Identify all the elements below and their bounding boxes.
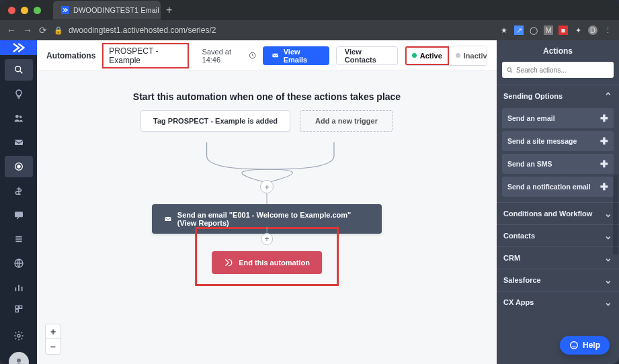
- saved-status: Saved at 14:46: [202, 48, 257, 64]
- svg-point-0: [15, 66, 20, 72]
- actions-panel-title: Actions: [497, 40, 619, 62]
- nav-campaigns[interactable]: [5, 132, 33, 153]
- svg-rect-3: [15, 140, 23, 145]
- plus-icon: ✚: [600, 181, 608, 192]
- svg-point-17: [571, 342, 578, 349]
- zoom-in-button[interactable]: +: [46, 324, 60, 339]
- nav-settings[interactable]: [5, 325, 33, 347]
- header-bar: Automations PROSPECT - Example Saved at …: [37, 40, 497, 71]
- nav-idea[interactable]: [5, 83, 33, 105]
- section-crm[interactable]: CRM⌄: [497, 246, 619, 269]
- end-icon: [224, 258, 233, 267]
- maximize-window-icon[interactable]: [34, 7, 41, 14]
- close-window-icon[interactable]: [8, 7, 15, 14]
- view-emails-button[interactable]: View Emails: [263, 46, 329, 65]
- svg-point-16: [507, 67, 511, 71]
- status-dot-icon: [412, 53, 417, 58]
- chevron-down-icon: ⌄: [604, 275, 612, 285]
- chevron-down-icon: ⌄: [604, 253, 612, 263]
- svg-point-5: [17, 165, 20, 168]
- ext-icon[interactable]: ↗: [514, 26, 524, 35]
- status-inactive-option[interactable]: Inactive: [449, 46, 487, 65]
- action-send-notification[interactable]: Send a notification email✚: [502, 177, 614, 197]
- plus-icon: ✚: [600, 158, 608, 169]
- action-send-sms[interactable]: Send an SMS✚: [502, 154, 614, 174]
- forward-button[interactable]: →: [23, 25, 32, 36]
- chevron-up-icon: ⌃: [604, 91, 612, 101]
- tab-favicon-icon: [61, 6, 69, 14]
- menu-icon[interactable]: ⋮: [603, 26, 612, 35]
- lock-icon: 🔒: [54, 26, 63, 35]
- nav-apps[interactable]: [5, 298, 33, 320]
- svg-rect-14: [273, 54, 278, 58]
- automation-canvas[interactable]: Start this automation when one of these …: [37, 71, 497, 364]
- ext-icon[interactable]: ★: [499, 26, 509, 35]
- nav-site[interactable]: [5, 253, 33, 274]
- url-field[interactable]: 🔒 dwoodingtest1.activehosted.com/series/…: [54, 26, 493, 35]
- end-automation-node[interactable]: End this automation: [212, 251, 322, 274]
- url-text: dwoodingtest1.activehosted.com/series/2: [69, 26, 216, 35]
- chevron-down-icon: ⌄: [604, 297, 612, 308]
- nav-search[interactable]: [5, 59, 33, 81]
- browser-tab-bar: DWOODINGTEST1 Email Mark × +: [0, 0, 619, 20]
- actions-search[interactable]: [502, 62, 614, 78]
- svg-rect-10: [15, 310, 18, 312]
- section-cx-apps[interactable]: CX Apps⌄: [497, 291, 619, 313]
- status-active-option[interactable]: Active: [405, 46, 449, 65]
- minimize-window-icon[interactable]: [21, 7, 28, 14]
- svg-rect-8: [15, 306, 18, 308]
- add-trigger-button[interactable]: Add a new trigger: [300, 110, 393, 132]
- reload-button[interactable]: ⟳: [39, 25, 47, 36]
- puzzle-icon[interactable]: ✦: [573, 26, 583, 35]
- zoom-out-button[interactable]: –: [46, 339, 60, 354]
- extensions: ★ ↗ ◯ M ■ ✦ D ⋮: [499, 26, 612, 35]
- trigger-node[interactable]: Tag PROSPECT - Example is added: [140, 110, 290, 132]
- nav-conversations[interactable]: [5, 204, 33, 226]
- add-step-button[interactable]: +: [261, 233, 273, 245]
- plus-icon: ✚: [600, 113, 608, 124]
- nav-deals[interactable]: [5, 180, 33, 201]
- automation-name[interactable]: PROSPECT - Example: [102, 43, 188, 69]
- status-toggle: Active Inactive: [405, 46, 487, 66]
- browser-tab[interactable]: DWOODINGTEST1 Email Mark ×: [53, 1, 161, 19]
- section-salesforce[interactable]: Salesforce⌄: [497, 269, 619, 291]
- nav-lists[interactable]: [5, 228, 33, 250]
- section-sending-options[interactable]: Sending Options⌃: [497, 85, 619, 107]
- add-step-button[interactable]: +: [260, 180, 274, 193]
- end-highlight-box: + End this automation: [195, 227, 339, 286]
- ext-icon[interactable]: ■: [559, 26, 568, 35]
- user-avatar[interactable]: [9, 352, 29, 364]
- svg-point-11: [17, 334, 20, 337]
- profile-icon[interactable]: D: [588, 26, 597, 35]
- new-tab-button[interactable]: +: [166, 4, 172, 16]
- chevron-down-icon: ⌄: [604, 230, 612, 241]
- section-conditions[interactable]: Conditions and Workflow⌄: [497, 202, 619, 224]
- search-icon: [506, 66, 513, 74]
- breadcrumb-root[interactable]: Automations: [46, 51, 95, 60]
- chat-icon: [569, 340, 579, 350]
- saved-text: Saved at 14:46: [202, 48, 246, 64]
- action-send-email[interactable]: Send an email✚: [502, 108, 614, 128]
- actions-search-input[interactable]: [516, 66, 610, 74]
- ext-icon[interactable]: M: [544, 26, 553, 35]
- action-send-site-message[interactable]: Send a site message✚: [502, 131, 614, 151]
- nav-contacts[interactable]: [5, 107, 33, 129]
- nav-reports[interactable]: [5, 277, 33, 298]
- svg-rect-9: [19, 306, 22, 308]
- view-contacts-button[interactable]: View Contacts: [336, 46, 398, 65]
- brand-logo[interactable]: [0, 40, 37, 55]
- svg-point-2: [19, 116, 22, 118]
- section-contacts[interactable]: Contacts⌄: [497, 224, 619, 246]
- status-dot-icon: [456, 53, 460, 58]
- ext-icon[interactable]: ◯: [529, 26, 538, 35]
- svg-rect-15: [165, 217, 171, 221]
- tab-title: DWOODINGTEST1 Email Mark: [73, 6, 161, 14]
- history-icon[interactable]: [249, 51, 256, 60]
- help-button[interactable]: Help: [560, 336, 610, 355]
- svg-point-1: [15, 115, 19, 118]
- nav-automations[interactable]: [5, 156, 33, 177]
- back-button[interactable]: ←: [7, 25, 16, 36]
- zoom-controls: + –: [45, 324, 61, 355]
- scrollbar[interactable]: [613, 175, 618, 255]
- window-controls[interactable]: [0, 7, 49, 14]
